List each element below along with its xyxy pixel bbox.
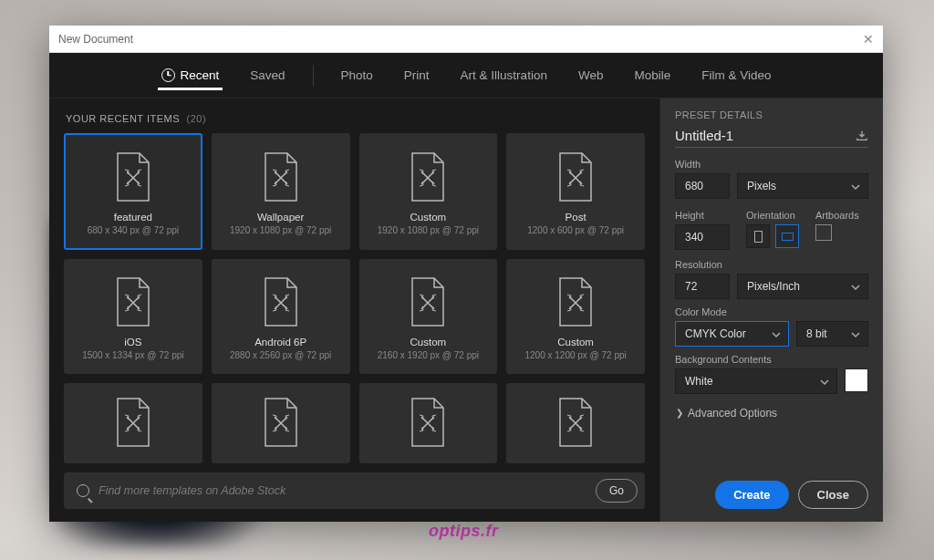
colormode-select[interactable]: CMYK Color	[675, 321, 789, 347]
preset-card[interactable]: featured680 x 340 px @ 72 ppi	[64, 133, 202, 250]
preset-card[interactable]	[212, 383, 350, 463]
tab-label: Web	[578, 68, 604, 82]
preset-card[interactable]: Android 6P2880 x 2560 px @ 72 ppi	[212, 259, 350, 374]
bitdepth-select[interactable]: 8 bit	[796, 321, 868, 347]
height-input[interactable]: 340	[675, 224, 730, 250]
preset-card[interactable]: Custom1200 x 1200 px @ 72 ppi	[506, 259, 645, 374]
chevron-down-icon	[851, 329, 860, 338]
dialog-body: Recent Saved Photo Print Art & Illustrat…	[49, 53, 883, 522]
tab-label: Saved	[250, 68, 285, 82]
select-value: CMYK Color	[685, 327, 746, 340]
preset-dims: 1920 x 1080 px @ 72 ppi	[378, 225, 479, 235]
preset-card[interactable]	[506, 383, 645, 463]
preset-dims: 1200 x 1200 px @ 72 ppi	[524, 350, 626, 360]
tab-mobile[interactable]: Mobile	[630, 53, 674, 98]
chevron-down-icon	[851, 282, 860, 291]
height-label: Height	[675, 210, 730, 221]
tab-label: Print	[404, 68, 430, 82]
category-tabs: Recent Saved Photo Print Art & Illustrat…	[49, 53, 883, 99]
recent-heading-text: YOUR RECENT ITEMS	[66, 113, 180, 124]
preset-details-panel: PRESET DETAILS Untitled-1 Width 680 Pixe…	[659, 99, 883, 522]
preset-dims: 1200 x 600 px @ 72 ppi	[527, 225, 624, 235]
create-button[interactable]: Create	[715, 481, 788, 509]
preset-name: Custom	[410, 212, 447, 223]
preset-card[interactable]: Custom1920 x 1080 px @ 72 ppi	[359, 133, 498, 250]
preset-name: Android 6P	[254, 337, 306, 347]
new-document-dialog: New Document ✕ Recent Saved Photo Print …	[49, 26, 883, 522]
go-button[interactable]: Go	[596, 479, 638, 503]
preset-card[interactable]	[64, 383, 202, 463]
tab-label: Photo	[341, 68, 373, 82]
select-value: 8 bit	[806, 327, 827, 340]
orientation-landscape[interactable]	[775, 224, 799, 248]
resolution-unit-select[interactable]: Pixels/Inch	[737, 274, 868, 299]
window-title: New Document	[58, 33, 863, 46]
bg-color-swatch[interactable]	[845, 368, 868, 392]
preset-grid: featured680 x 340 px @ 72 ppiWallpaper19…	[64, 133, 645, 463]
preset-name: iOS	[124, 337, 141, 347]
chevron-down-icon	[772, 329, 781, 338]
preset-name: featured	[114, 212, 152, 223]
preset-card[interactable]: iOS1500 x 1334 px @ 72 ppi	[64, 259, 202, 374]
preset-dims: 2160 x 1920 px @ 72 ppi	[378, 350, 479, 360]
tab-art[interactable]: Art & Illustration	[457, 53, 551, 98]
close-icon[interactable]: ✕	[863, 34, 874, 45]
watermark: optips.fr	[429, 522, 499, 541]
recent-count: (20)	[187, 113, 207, 124]
preset-name: Custom	[410, 337, 447, 347]
select-value: Pixels	[747, 180, 776, 192]
preset-dims: 680 x 340 px @ 72 ppi	[88, 225, 179, 235]
artboards-label: Artboards	[815, 210, 859, 221]
tab-label: Film & Video	[701, 68, 771, 82]
width-input[interactable]: 680	[675, 173, 730, 199]
save-preset-icon[interactable]	[856, 130, 868, 142]
chevron-down-icon	[851, 181, 860, 191]
clock-icon	[161, 68, 175, 82]
preset-name-row: Untitled-1	[675, 128, 868, 148]
width-label: Width	[675, 159, 868, 170]
landscape-icon	[782, 233, 794, 241]
advanced-label: Advanced Options	[688, 407, 777, 420]
artboards-checkbox[interactable]	[815, 224, 832, 241]
preset-name: Custom	[557, 337, 594, 347]
preset-card[interactable]: Custom2160 x 1920 px @ 72 ppi	[359, 259, 498, 374]
search-placeholder: Find more templates on Adobe Stock	[99, 484, 586, 497]
select-value: Pixels/Inch	[747, 280, 800, 293]
tab-label: Art & Illustration	[461, 68, 547, 82]
preset-name: Wallpaper	[257, 212, 304, 223]
preset-details-heading: PRESET DETAILS	[675, 109, 868, 120]
portrait-icon	[754, 231, 763, 243]
preset-dims: 1500 x 1334 px @ 72 ppi	[82, 350, 183, 360]
preset-name-input[interactable]: Untitled-1	[675, 128, 856, 143]
presets-panel: YOUR RECENT ITEMS (20) featured680 x 340…	[49, 99, 659, 522]
select-value: White	[685, 375, 713, 388]
titlebar: New Document ✕	[49, 26, 883, 53]
colormode-label: Color Mode	[675, 306, 868, 317]
width-unit-select[interactable]: Pixels	[737, 173, 868, 199]
close-button[interactable]: Close	[798, 481, 868, 509]
resolution-label: Resolution	[675, 259, 868, 270]
tab-film[interactable]: Film & Video	[698, 53, 774, 98]
preset-card[interactable]: Post1200 x 600 px @ 72 ppi	[506, 133, 645, 250]
preset-card[interactable]	[359, 383, 498, 463]
tab-web[interactable]: Web	[575, 53, 607, 98]
recent-heading: YOUR RECENT ITEMS (20)	[66, 113, 645, 124]
orientation-label: Orientation	[746, 210, 799, 221]
search-icon	[77, 484, 89, 497]
tab-recent[interactable]: Recent	[158, 53, 223, 98]
tab-saved[interactable]: Saved	[246, 53, 288, 98]
advanced-options-toggle[interactable]: ❯ Advanced Options	[675, 407, 868, 420]
preset-card[interactable]: Wallpaper1920 x 1080 px @ 72 ppi	[212, 133, 350, 250]
tab-label: Mobile	[634, 68, 670, 82]
resolution-input[interactable]: 72	[675, 274, 730, 299]
chevron-down-icon	[820, 377, 829, 386]
orientation-portrait[interactable]	[746, 224, 770, 248]
tab-print[interactable]: Print	[400, 53, 433, 98]
bg-label: Background Contents	[675, 354, 868, 365]
preset-dims: 2880 x 2560 px @ 72 ppi	[230, 350, 331, 360]
stock-search[interactable]: Find more templates on Adobe Stock Go	[64, 472, 645, 509]
preset-dims: 1920 x 1080 px @ 72 ppi	[230, 225, 331, 235]
bg-select[interactable]: White	[675, 368, 837, 394]
tab-label: Recent	[181, 68, 220, 82]
tab-photo[interactable]: Photo	[337, 53, 377, 98]
